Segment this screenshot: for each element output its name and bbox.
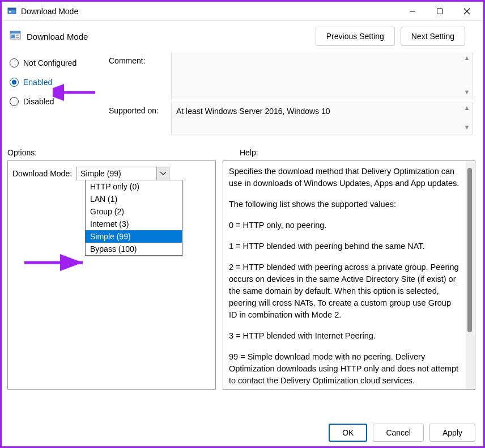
download-mode-combobox[interactable]: Simple (99) [76,167,169,180]
header: Download Mode Previous Setting Next Sett… [2,21,483,49]
options-heading: Options: [7,148,240,157]
help-paragraph: 0 = HTTP only, no peering. [229,219,460,231]
scroll-down-icon[interactable]: ▼ [462,88,471,98]
help-heading: Help: [240,148,475,157]
scroll-up-icon[interactable]: ▲ [462,54,471,64]
minimize-button[interactable] [399,3,426,20]
radio-circle-icon [10,97,19,106]
chevron-down-icon [160,172,166,175]
help-paragraph: The following list shows the supported v… [229,198,460,210]
help-paragraph: 2 = HTTP blended with peering across a p… [229,261,460,321]
combobox-selected-value: Simple (99) [77,169,156,178]
radio-circle-icon [10,78,19,87]
apply-button[interactable]: Apply [429,424,475,442]
radio-enabled[interactable]: Enabled [10,78,109,87]
ok-button[interactable]: OK [329,424,367,442]
titlebar: Download Mode [2,2,483,21]
page-title: Download Mode [27,32,88,41]
svg-rect-2 [9,11,11,12]
dropdown-item-group[interactable]: Group (2) [86,205,182,218]
radio-circle-icon [10,58,19,67]
scroll-down-icon[interactable]: ▼ [462,124,471,133]
app-icon [7,7,16,16]
radio-label: Enabled [23,78,52,87]
svg-rect-11 [16,37,19,38]
policy-icon [10,31,21,42]
options-panel: Download Mode: Simple (99) HTTP only (0)… [7,160,216,390]
panels-header: Options: Help: [2,138,483,160]
radio-not-configured[interactable]: Not Configured [10,58,109,67]
scrollbar-thumb[interactable] [467,168,472,332]
svg-rect-10 [16,35,19,36]
next-setting-button[interactable]: Next Setting [401,27,465,46]
config-area: Not Configured Enabled Disabled Comment:… [2,49,483,138]
supported-on-value: At least Windows Server 2016, Windows 10 [176,107,330,116]
help-paragraph: 99 = Simple download mode with no peerin… [229,351,460,387]
window-title: Download Mode [21,7,399,16]
dialog-footer: OK Cancel Apply [329,424,475,442]
svg-rect-8 [10,31,20,33]
svg-rect-1 [8,8,16,10]
cancel-button[interactable]: Cancel [373,424,424,442]
download-mode-dropdown-list: HTTP only (0) LAN (1) Group (2) Internet… [85,180,182,256]
combobox-dropdown-button[interactable] [156,167,169,180]
dropdown-item-simple[interactable]: Simple (99) [86,230,182,243]
dropdown-item-lan[interactable]: LAN (1) [86,193,182,205]
supported-on-field: At least Windows Server 2016, Windows 10… [171,103,473,134]
close-button[interactable] [454,3,480,20]
svg-rect-4 [437,9,443,14]
help-scrollbar[interactable] [466,161,475,389]
supported-on-label: Supported on: [109,103,171,134]
window-controls [399,3,480,20]
help-paragraph: 1 = HTTP blended with peering behind the… [229,240,460,252]
panels: Download Mode: Simple (99) HTTP only (0)… [2,160,483,390]
dropdown-item-http-only[interactable]: HTTP only (0) [86,180,182,193]
scroll-up-icon[interactable]: ▲ [462,104,471,113]
svg-rect-9 [11,35,15,38]
previous-setting-button[interactable]: Previous Setting [316,27,395,46]
radio-disabled[interactable]: Disabled [10,97,109,106]
comment-label: Comment: [109,53,171,99]
state-radio-group: Not Configured Enabled Disabled [10,53,109,138]
help-text: Specifies the download method that Deliv… [223,161,466,389]
maximize-button[interactable] [427,3,453,20]
dropdown-item-internet[interactable]: Internet (3) [86,218,182,230]
dropdown-item-bypass[interactable]: Bypass (100) [86,243,182,255]
download-mode-option-label: Download Mode: [12,169,72,178]
help-panel: Specifies the download method that Deliv… [223,160,475,390]
radio-label: Disabled [23,97,54,106]
window-frame: Download Mode Download Mode [0,0,485,448]
help-paragraph: Specifies the download method that Deliv… [229,166,460,189]
radio-label: Not Configured [23,58,76,67]
comment-textarea[interactable]: ▲ ▼ [171,53,473,99]
help-paragraph: 3 = HTTP blended with Internet Peering. [229,330,460,342]
